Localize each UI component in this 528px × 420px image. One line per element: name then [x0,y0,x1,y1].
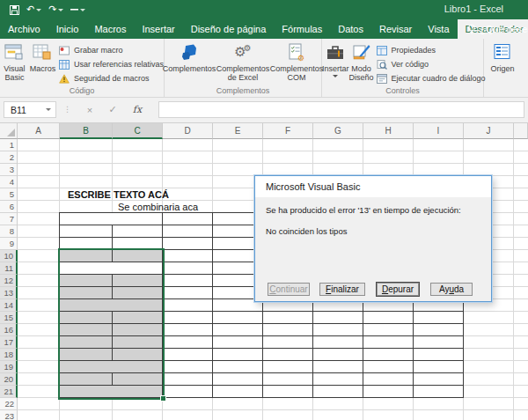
cell[interactable] [60,250,113,262]
cell[interactable] [414,349,464,361]
tell-me-box[interactable]: ¿Qué desea hac [467,19,528,39]
cell[interactable] [363,361,414,373]
cell[interactable] [113,250,163,262]
tab-fórmulas[interactable]: Fórmulas [274,19,330,39]
cell[interactable] [163,299,213,312]
cell[interactable] [163,361,213,373]
row-header-23[interactable]: 23 [0,410,18,420]
modo-diseno-button[interactable]: Modo Diseño [349,41,374,82]
cell[interactable] [363,324,414,336]
row-header-16[interactable]: 16 [0,324,18,336]
cell[interactable] [263,386,313,398]
row-header-10[interactable]: 10 [0,250,18,262]
cell[interactable] [313,361,363,373]
tab-insertar[interactable]: Insertar [134,19,182,39]
customize-qat-icon[interactable] [68,3,88,17]
row-header-19[interactable]: 19 [0,361,18,373]
dialog-title-bar[interactable]: Microsoft Visual Basic [255,176,491,197]
row-header-4[interactable]: 4 [0,176,18,188]
column-header-e[interactable]: E [213,123,263,139]
cell[interactable] [60,386,163,398]
select-all-corner[interactable] [0,123,18,139]
cell[interactable] [163,386,213,398]
row-header-14[interactable]: 14 [0,299,18,312]
cell[interactable] [263,336,313,349]
tab-datos[interactable]: Datos [330,19,371,39]
cell[interactable] [60,312,113,324]
usar-referencias-relativas-button[interactable]: Usar referencias relativas [59,59,164,70]
row-header-13[interactable]: 13 [0,287,18,299]
cell[interactable] [263,373,313,386]
cell[interactable] [263,312,313,324]
row-header-12[interactable]: 12 [0,275,18,287]
cell[interactable] [113,287,163,299]
origen-button[interactable]: Origen [488,41,517,73]
column-header-i[interactable]: I [414,123,464,139]
column-header-b[interactable]: B [60,123,113,139]
row-header-5[interactable]: 5 [0,188,18,201]
cell[interactable] [163,324,213,336]
save-icon[interactable] [7,3,22,17]
cell[interactable] [113,312,163,324]
row-header-1[interactable]: 1 [0,139,18,151]
cell[interactable] [113,238,163,250]
cell[interactable] [213,349,263,361]
tab-macros[interactable]: Macros [86,19,134,39]
column-header-c[interactable]: C [113,123,163,139]
cell[interactable] [213,386,263,398]
column-header-g[interactable]: G [313,123,363,139]
dialog-button-continuar[interactable]: Continuar [268,283,310,296]
column-header-clipped[interactable] [514,123,528,139]
cell[interactable] [414,324,464,336]
row-header-18[interactable]: 18 [0,349,18,361]
cell[interactable] [163,262,213,275]
cell[interactable] [163,238,213,250]
cancel-entry-icon[interactable]: × [81,101,99,118]
formula-bar-grip[interactable]: ⋮ [63,105,72,114]
cell[interactable] [163,250,213,262]
cell[interactable] [163,336,213,349]
row-header-9[interactable]: 9 [0,238,18,250]
cell[interactable] [113,336,163,349]
cell[interactable] [313,373,363,386]
cell[interactable] [363,386,414,398]
column-header-h[interactable]: H [363,123,414,139]
name-box[interactable]: B11 [4,101,56,118]
cell[interactable] [113,275,163,287]
cell[interactable] [113,225,163,238]
cell[interactable] [60,225,113,238]
cell[interactable] [414,386,464,398]
column-header-a[interactable]: A [18,123,60,139]
cell[interactable] [60,262,163,275]
selection-fill-handle[interactable] [160,395,166,402]
complementos-com-button[interactable]: ⚙ Complementos COM [271,41,323,82]
insert-function-icon[interactable]: fx [128,101,146,118]
cell[interactable] [163,287,213,299]
cell[interactable] [363,349,414,361]
column-header-f[interactable]: F [263,123,313,139]
dialog-button-ayuda[interactable]: Ayuda [430,283,473,296]
column-header-j[interactable]: J [464,123,514,139]
propiedades-button[interactable]: Propiedades [377,45,486,55]
cell[interactable] [263,361,313,373]
row-header-7[interactable]: 7 [0,213,18,225]
row-header-11[interactable]: 11 [0,262,18,275]
cell[interactable] [213,361,263,373]
dialog-button-depurar[interactable]: Depurar [377,283,419,296]
cell[interactable] [163,373,213,386]
row-header-20[interactable]: 20 [0,373,18,386]
tab-revisar[interactable]: Revisar [371,19,420,39]
cell[interactable] [113,373,163,386]
cell[interactable] [313,324,363,336]
tab-vista[interactable]: Vista [420,19,457,39]
cell[interactable] [313,312,363,324]
cell[interactable] [163,349,213,361]
cell[interactable] [213,373,263,386]
cell[interactable] [263,324,313,336]
row-header-15[interactable]: 15 [0,312,18,324]
row-header-22[interactable]: 22 [0,398,18,410]
cell[interactable] [60,324,113,336]
cell[interactable] [363,373,414,386]
cell[interactable] [60,299,163,312]
undo-icon[interactable]: ↶ [24,3,44,17]
